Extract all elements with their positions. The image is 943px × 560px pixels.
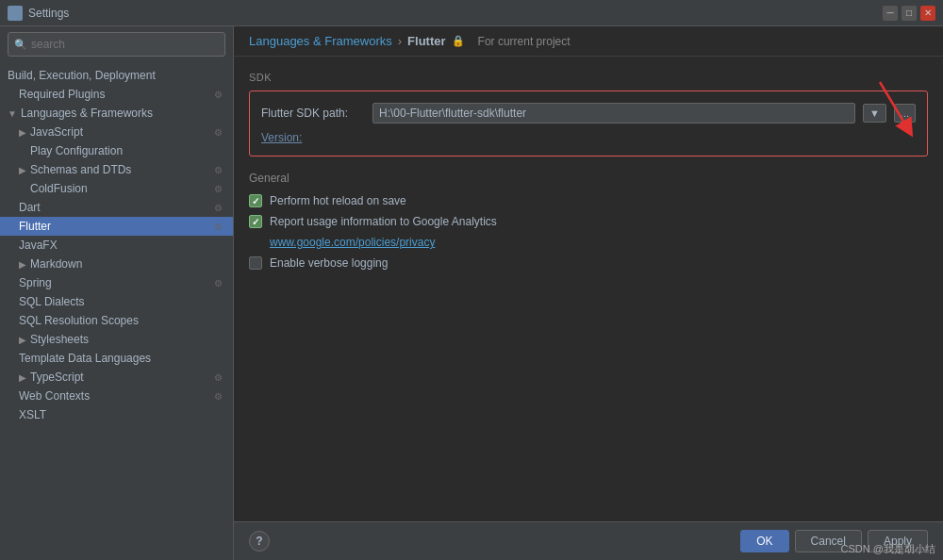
title-bar: Settings ─ □ ✕ (0, 0, 943, 26)
sidebar-item-sql-resolution[interactable]: SQL Resolution Scopes (0, 311, 233, 330)
sidebar-item-typescript-label: TypeScript (30, 371, 210, 384)
checkbox-verbose[interactable] (249, 256, 262, 270)
help-button[interactable]: ? (249, 531, 270, 552)
sidebar-item-schemas[interactable]: ▶ Schemas and DTDs ⚙ (0, 160, 233, 179)
sidebar-item-javafx[interactable]: JavaFX (0, 236, 233, 255)
sidebar-item-xslt[interactable]: XSLT (0, 405, 233, 424)
checkbox-row-hot-reload[interactable]: ✓ Perform hot reload on save (249, 194, 928, 207)
breadcrumb-separator: › (398, 34, 402, 48)
required-plugins-icon: ⚙ (210, 90, 225, 100)
search-input[interactable] (31, 38, 219, 51)
general-section: General ✓ Perform hot reload on save ✓ R… (249, 172, 928, 270)
close-button[interactable]: ✕ (920, 6, 935, 21)
dialog-footer: ? OK Cancel Apply (234, 521, 943, 560)
schemas-icon: ⚙ (210, 165, 225, 175)
sidebar-section-build-label: Build, Execution, Deployment (8, 69, 225, 82)
privacy-policy-link[interactable]: www.google.com/policies/privacy (270, 236, 928, 249)
flutter-icon: ⚙ (210, 222, 225, 232)
checkbox-analytics-check: ✓ (252, 217, 259, 227)
sidebar-item-schemas-label: Schemas and DTDs (30, 163, 210, 176)
javascript-icon: ⚙ (210, 127, 225, 138)
sidebar-section-lang-label: Languages & Frameworks (21, 107, 225, 120)
sidebar-item-markdown[interactable]: ▶ Markdown (0, 255, 233, 273)
checkbox-row-verbose[interactable]: Enable verbose logging (249, 256, 928, 270)
checkbox-analytics-label: Report usage information to Google Analy… (270, 215, 497, 228)
coldfusion-icon: ⚙ (210, 184, 225, 194)
sidebar-item-spring-label: Spring (19, 276, 210, 289)
watermark: CSDN @我是胡小结 (841, 542, 935, 556)
spring-icon: ⚙ (210, 278, 225, 288)
sidebar-item-dart[interactable]: Dart ⚙ (0, 198, 233, 217)
sidebar-section-lang-frameworks[interactable]: ▼ Languages & Frameworks (0, 104, 233, 123)
footer-left: ? (249, 531, 270, 552)
sdk-path-row: Flutter SDK path: ▼ ... (261, 103, 916, 124)
sidebar-item-flutter[interactable]: Flutter ⚙ (0, 217, 233, 236)
app-icon (8, 6, 23, 21)
settings-dialog: 🔍 Build, Execution, Deployment Required … (0, 26, 943, 560)
project-icon: 🔒 (452, 35, 465, 47)
sidebar-item-play-config-label: Play Configuration (30, 144, 225, 157)
dialog-body: 🔍 Build, Execution, Deployment Required … (0, 26, 943, 560)
sdk-section-label: SDK (249, 72, 928, 83)
maximize-button[interactable]: □ (902, 6, 917, 21)
sidebar-nav: Build, Execution, Deployment Required Pl… (0, 62, 233, 560)
lang-frameworks-arrow: ▼ (8, 108, 17, 119)
sidebar-section-build: Build, Execution, Deployment (0, 66, 233, 85)
sidebar-item-javafx-label: JavaFX (19, 239, 225, 252)
sidebar-item-sql-dialects[interactable]: SQL Dialects (0, 292, 233, 311)
sidebar-item-markdown-label: Markdown (30, 257, 225, 271)
ok-button[interactable]: OK (740, 530, 788, 552)
sidebar-item-web-contexts[interactable]: Web Contexts ⚙ (0, 387, 233, 405)
schemas-arrow: ▶ (19, 165, 26, 175)
window-controls: ─ □ ✕ (883, 6, 935, 21)
minimize-button[interactable]: ─ (883, 6, 898, 21)
sidebar-item-flutter-label: Flutter (19, 220, 210, 233)
checkbox-row-analytics[interactable]: ✓ Report usage information to Google Ana… (249, 215, 928, 228)
sidebar-item-required-plugins[interactable]: Required Plugins ⚙ (0, 85, 233, 104)
breadcrumb-part2: Flutter (407, 34, 445, 48)
sidebar-item-coldfusion[interactable]: ColdFusion ⚙ (0, 179, 233, 198)
breadcrumb-project-label: For current project (478, 35, 571, 48)
sidebar-item-stylesheets-label: Stylesheets (30, 333, 225, 346)
search-box[interactable]: 🔍 (8, 32, 225, 57)
sidebar-item-stylesheets[interactable]: ▶ Stylesheets (0, 330, 233, 349)
sidebar-item-spring[interactable]: Spring ⚙ (0, 273, 233, 292)
typescript-icon: ⚙ (210, 372, 225, 383)
checkbox-hot-reload-label: Perform hot reload on save (270, 194, 406, 207)
sidebar-item-template-lang-label: Template Data Languages (19, 352, 225, 365)
stylesheets-arrow: ▶ (19, 335, 26, 345)
sidebar-item-typescript[interactable]: ▶ TypeScript ⚙ (0, 368, 233, 387)
web-contexts-icon: ⚙ (210, 391, 225, 402)
sidebar-item-web-contexts-label: Web Contexts (19, 389, 210, 403)
checkbox-analytics[interactable]: ✓ (249, 215, 262, 228)
content-area: SDK Flutter SDK path: ▼ ... Version: (234, 57, 943, 521)
typescript-arrow: ▶ (19, 372, 26, 383)
sidebar-item-xslt-label: XSLT (19, 408, 225, 421)
sidebar-item-required-plugins-label: Required Plugins (19, 88, 210, 101)
sdk-version-row: Version: (261, 131, 916, 144)
breadcrumb-part1[interactable]: Languages & Frameworks (249, 34, 392, 48)
markdown-arrow: ▶ (19, 259, 26, 270)
sidebar: 🔍 Build, Execution, Deployment Required … (0, 26, 234, 560)
sdk-path-input[interactable] (372, 103, 855, 124)
sidebar-item-sql-resolution-label: SQL Resolution Scopes (19, 314, 225, 327)
breadcrumb: Languages & Frameworks › Flutter 🔒 For c… (234, 26, 943, 57)
sidebar-item-javascript-label: JavaScript (30, 125, 210, 139)
checkbox-verbose-label: Enable verbose logging (270, 256, 388, 270)
sidebar-item-template-lang[interactable]: Template Data Languages (0, 349, 233, 368)
search-icon: 🔍 (14, 39, 27, 51)
sdk-box: Flutter SDK path: ▼ ... Version: (249, 91, 928, 156)
sidebar-item-play-config[interactable]: Play Configuration (0, 141, 233, 160)
sidebar-item-javascript[interactable]: ▶ JavaScript ⚙ (0, 123, 233, 141)
javascript-arrow: ▶ (19, 127, 26, 138)
main-content: Languages & Frameworks › Flutter 🔒 For c… (234, 26, 943, 560)
sdk-version-label: Version: (261, 131, 365, 144)
sdk-browse-button[interactable]: ... (894, 104, 916, 123)
sdk-path-label: Flutter SDK path: (261, 107, 365, 120)
sdk-dropdown-button[interactable]: ▼ (863, 104, 886, 123)
checkbox-hot-reload[interactable]: ✓ (249, 194, 262, 207)
general-section-label: General (249, 172, 928, 185)
sidebar-item-coldfusion-label: ColdFusion (30, 182, 210, 195)
sidebar-item-dart-label: Dart (19, 201, 210, 214)
checkbox-hot-reload-check: ✓ (252, 196, 259, 206)
